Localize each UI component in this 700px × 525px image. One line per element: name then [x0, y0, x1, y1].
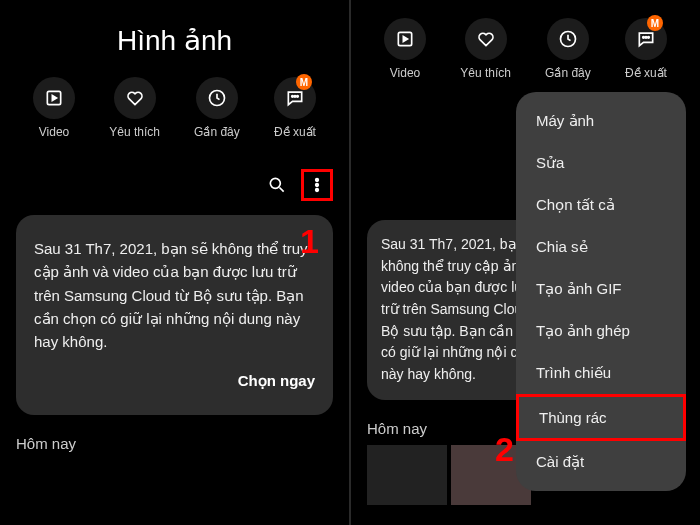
svg-point-5	[270, 178, 280, 188]
notice-card[interactable]: Sau 31 Th7, 2021, bạn sẽ không thể truy …	[16, 215, 333, 415]
category-label: Yêu thích	[109, 125, 160, 139]
screen-right: Video Yêu thích Gần đây M Đề xuất Sau 31…	[351, 0, 700, 525]
category-label: Gần đây	[194, 125, 240, 139]
badge-m: M	[647, 15, 663, 31]
thumbnail[interactable]	[367, 445, 447, 505]
step-1-marker: 1	[300, 222, 319, 261]
step-2-marker: 2	[495, 430, 514, 469]
category-recent[interactable]: Gần đây	[545, 18, 591, 80]
menu-edit[interactable]: Sửa	[516, 142, 686, 184]
category-label: Đề xuất	[625, 66, 667, 80]
notice-cta[interactable]: Chọn ngay	[34, 369, 315, 392]
badge-m: M	[296, 74, 312, 90]
page-title: Hình ảnh	[16, 24, 333, 57]
more-button[interactable]	[301, 169, 333, 201]
svg-point-3	[294, 96, 296, 98]
overflow-menu: Máy ảnh Sửa Chọn tất cả Chia sẻ Tạo ảnh …	[516, 92, 686, 491]
play-icon	[384, 18, 426, 60]
search-icon	[267, 175, 287, 195]
play-icon	[33, 77, 75, 119]
category-favorites[interactable]: Yêu thích	[460, 18, 511, 80]
section-today: Hôm nay	[16, 435, 333, 452]
heart-icon	[114, 77, 156, 119]
menu-collage[interactable]: Tạo ảnh ghép	[516, 310, 686, 352]
menu-trash[interactable]: Thùng rác	[516, 394, 686, 441]
category-favorites[interactable]: Yêu thích	[109, 77, 160, 139]
category-video[interactable]: Video	[384, 18, 426, 80]
category-label: Đề xuất	[274, 125, 316, 139]
menu-camera[interactable]: Máy ảnh	[516, 100, 686, 142]
menu-select-all[interactable]: Chọn tất cả	[516, 184, 686, 226]
more-vertical-icon	[307, 175, 327, 195]
action-bar	[16, 169, 333, 201]
svg-point-2	[292, 96, 294, 98]
clock-icon	[196, 77, 238, 119]
menu-share[interactable]: Chia sẻ	[516, 226, 686, 268]
category-row: Video Yêu thích Gần đây M Đề xuất	[16, 77, 333, 139]
category-suggest[interactable]: M Đề xuất	[274, 77, 316, 139]
svg-point-6	[316, 179, 319, 182]
svg-point-8	[316, 189, 319, 192]
category-video[interactable]: Video	[33, 77, 75, 139]
svg-point-7	[316, 184, 319, 187]
category-label: Video	[390, 66, 420, 80]
svg-point-4	[297, 96, 299, 98]
svg-point-13	[648, 37, 650, 39]
svg-point-12	[645, 37, 647, 39]
menu-settings[interactable]: Cài đặt	[516, 441, 686, 483]
category-label: Yêu thích	[460, 66, 511, 80]
category-recent[interactable]: Gần đây	[194, 77, 240, 139]
notice-text: Sau 31 Th7, 2021, bạn sẽ không thể truy …	[34, 237, 315, 353]
category-label: Gần đây	[545, 66, 591, 80]
search-button[interactable]	[261, 169, 293, 201]
menu-gif[interactable]: Tạo ảnh GIF	[516, 268, 686, 310]
screen-left: Hình ảnh Video Yêu thích Gần đây M Đề xu…	[0, 0, 349, 525]
menu-slideshow[interactable]: Trình chiếu	[516, 352, 686, 394]
category-row: Video Yêu thích Gần đây M Đề xuất	[367, 18, 684, 80]
category-suggest[interactable]: M Đề xuất	[625, 18, 667, 80]
svg-point-11	[643, 37, 645, 39]
heart-icon	[465, 18, 507, 60]
category-label: Video	[39, 125, 69, 139]
clock-icon	[547, 18, 589, 60]
